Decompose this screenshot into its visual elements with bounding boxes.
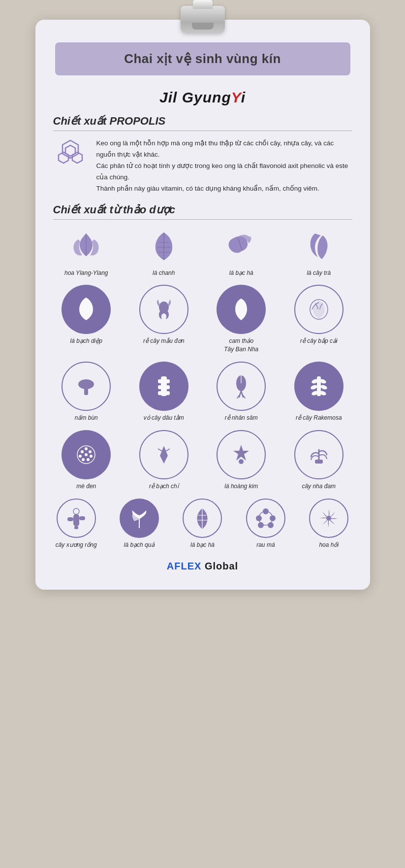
herb-row2: lá bạch diệp rễ cây mẫu đơn [49, 285, 356, 354]
herb-icon-maudon [139, 285, 188, 334]
herb-label-maudon: rễ cây mẫu đơn [143, 337, 185, 345]
herb-label-bacha2: lá bạc hà [190, 541, 215, 549]
herb-label-caytra: lá cây trà [307, 269, 331, 277]
herb-item-hoangkim: lá hoàng kim [204, 430, 279, 491]
herb-icon-rakemosa [294, 362, 343, 411]
svg-point-44 [85, 453, 88, 456]
herb-item-bacha2: lá bạc hà [171, 499, 233, 549]
clip-metal [181, 6, 225, 33]
svg-rect-25 [158, 385, 170, 389]
herb-label-hoahoi: hoa hồi [319, 541, 339, 549]
herb-label-chanh: lá chanh [153, 269, 175, 277]
herb-icon-camthao [217, 285, 266, 334]
svg-rect-50 [74, 526, 78, 529]
svg-point-37 [81, 450, 84, 453]
herb-label-nhadam: cây nha đam [302, 482, 336, 491]
herb-row5: cây xương rồng lá bạch quả [45, 499, 360, 549]
herb-item-nambun: nấm bùn [49, 362, 124, 422]
herb-icon-bacha2 [183, 499, 222, 538]
herb-icon-bapcai [294, 285, 343, 334]
svg-point-57 [256, 515, 262, 521]
herb-label-camthao: cam thảoTây Ban Nha [224, 337, 258, 354]
svg-rect-47 [73, 514, 79, 526]
herb-icon-dautam [139, 362, 188, 411]
herb-item-bachqua: lá bạch quả [108, 499, 170, 549]
herb-label-dautam: vỏ cây dâu tằm [144, 414, 184, 422]
herb-label-nhansam: rễ nhân sâm [225, 414, 258, 422]
svg-point-41 [87, 458, 90, 461]
herb-label-rakemosa: rễ cây Rakemosa [296, 414, 342, 422]
svg-point-58 [268, 522, 274, 528]
herb-icon-caytra [299, 227, 339, 266]
svg-point-33 [320, 384, 328, 390]
herb-item-bachchi: rễ bạch chỉ [126, 430, 201, 491]
herb-item-caytra: lá cây trà [281, 227, 356, 277]
page-wrapper: Chai xịt vệ sinh vùng kín Jil GyungYi Ch… [0, 0, 405, 868]
herb-label-xuongrong: cây xương rồng [56, 541, 97, 549]
herb-item-bapcai: rễ cây bắp cải [281, 285, 356, 354]
herb-icon-hoahoi [309, 499, 348, 538]
clip-notch [192, 23, 214, 30]
herb-icon-hoangkim [217, 430, 266, 479]
herb-icon-chanh [144, 227, 184, 266]
svg-rect-24 [158, 379, 170, 383]
svg-point-56 [270, 515, 276, 521]
herb-item-nhadam: cây nha đam [281, 430, 356, 491]
herb-icon-bachchi [139, 430, 188, 479]
herb-row3: nấm bùn vỏ cây dâu tằm [49, 362, 356, 422]
propolis-icon [53, 138, 88, 172]
svg-point-45 [239, 459, 244, 464]
svg-rect-20 [84, 388, 88, 395]
svg-point-22 [88, 381, 92, 387]
title-banner: Chai xịt vệ sinh vùng kín [55, 42, 350, 75]
herb-label-ylang: hoa Ylang-Ylang [64, 269, 108, 277]
section1-title: Chiết xuất PROPOLIS [53, 115, 352, 128]
herb-label-nambun: nấm bùn [75, 414, 98, 422]
herb-item-maudon: rễ cây mẫu đơn [126, 285, 201, 354]
divider1 [53, 131, 352, 131]
herb-label-rauma: rau má [256, 541, 275, 549]
svg-rect-49 [79, 516, 85, 520]
herb-icon-rauma [246, 499, 285, 538]
herb-row4: mè đen rễ bạch chỉ [49, 430, 356, 491]
svg-rect-26 [158, 391, 170, 395]
herb-row1: hoa Ylang-Ylang lá chanh [49, 227, 356, 277]
herb-icon-xuongrong [57, 499, 96, 538]
herb-icon-bachdiep [62, 285, 111, 334]
svg-point-40 [90, 455, 93, 458]
herb-label-bapcai: rễ cây bắp cải [300, 337, 338, 345]
svg-point-39 [89, 450, 92, 453]
herb-label-bachqua: lá bạch quả [124, 541, 155, 549]
herb-item-bachdiep: lá bạch diệp [49, 285, 124, 354]
herb-item-xuongrong: cây xương rồng [45, 499, 107, 549]
svg-point-38 [85, 447, 88, 450]
svg-point-43 [79, 455, 82, 458]
herb-item-ylang: hoa Ylang-Ylang [49, 227, 124, 277]
herb-item-chanh: lá chanh [126, 227, 201, 277]
svg-point-51 [73, 508, 79, 514]
herb-icon-nhadam [294, 430, 343, 479]
herb-icon-nambun [62, 362, 111, 411]
herb-label-hoangkim: lá hoàng kim [224, 482, 258, 491]
herb-icon-nhansam [217, 362, 266, 411]
clipboard: Chai xịt vệ sinh vùng kín Jil GyungYi Ch… [35, 20, 370, 590]
svg-rect-48 [67, 517, 73, 521]
footer-global: Global [201, 561, 238, 571]
herb-item-hoahoi: hoa hồi [298, 499, 360, 549]
svg-point-32 [310, 384, 318, 390]
footer-logo: AFLEX Global [35, 561, 370, 572]
propolis-text: Keo ong là một hỗn hợp mà ong mật thu th… [96, 138, 352, 195]
footer-aflex: AFLEX [167, 561, 202, 571]
herb-item-camthao: cam thảoTây Ban Nha [204, 285, 279, 354]
herb-item-rakemosa: rễ cây Rakemosa [281, 362, 356, 422]
herb-label-bachdiep: lá bạch diệp [70, 337, 102, 345]
herb-item-rauma: rau má [235, 499, 297, 549]
svg-point-21 [80, 381, 84, 387]
herb-icon-meden [62, 430, 111, 479]
svg-point-42 [82, 458, 85, 461]
herb-item-bacha: lá bạc hà [204, 227, 279, 277]
herb-label-bacha: lá bạc hà [229, 269, 253, 277]
clipboard-clip [35, 6, 370, 33]
herb-icon-ylang [66, 227, 106, 266]
herb-icon-bacha [221, 227, 261, 266]
